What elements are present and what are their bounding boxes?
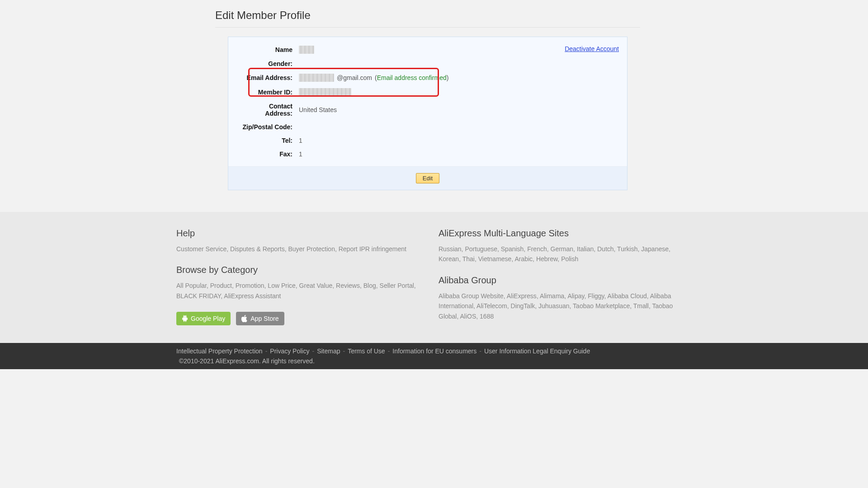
footer-link[interactable]: 1688 — [480, 313, 494, 320]
footer-link[interactable]: Italian — [577, 245, 594, 253]
app-store-button[interactable]: App Store — [236, 312, 284, 325]
footer-link[interactable]: Dutch — [597, 245, 614, 253]
footer-link[interactable]: All Popular — [176, 282, 207, 289]
footer-link[interactable]: Korean — [439, 255, 459, 263]
card-footer: Edit — [228, 166, 627, 190]
footer-link[interactable]: DingTalk — [511, 302, 535, 310]
row-zip: Zip/Postal Code: — [241, 120, 614, 134]
footer-link[interactable]: BLACK FRIDAY — [176, 292, 221, 300]
legal-link[interactable]: Privacy Policy — [270, 347, 309, 355]
value-tel: 1 — [295, 137, 302, 144]
redacted-email-user — [299, 74, 334, 82]
paren-close: ) — [447, 74, 449, 81]
separator: - — [479, 347, 481, 355]
footer-link[interactable]: German — [551, 245, 574, 253]
footer-link[interactable]: Tmall — [633, 302, 649, 310]
footer-link[interactable]: Promotion — [236, 282, 264, 289]
legal-link[interactable]: Terms of Use — [348, 347, 385, 355]
footer-link[interactable]: Buyer Protection — [288, 245, 335, 253]
footer-heading-multilang: AliExpress Multi-Language Sites — [439, 228, 692, 239]
svg-rect-0 — [183, 317, 187, 321]
footer-link[interactable]: Taobao Marketplace — [573, 302, 630, 310]
svg-line-5 — [184, 315, 184, 316]
app-store-label: App Store — [250, 315, 278, 322]
separator: - — [312, 347, 314, 355]
footer-link[interactable]: Arabic — [514, 255, 533, 263]
row-name: Name — [241, 42, 614, 57]
svg-line-6 — [186, 315, 186, 316]
svg-rect-4 — [185, 321, 186, 322]
footer-link[interactable]: Reviews — [336, 282, 360, 289]
bottom-legal-bar: Intellectual Property Protection - Priva… — [0, 343, 868, 369]
footer-heading-alibaba: Alibaba Group — [439, 275, 692, 286]
footer-heading-help: Help — [176, 228, 429, 239]
footer-links-browse: All Popular, Product, Promotion, Low Pri… — [176, 281, 429, 301]
footer-link[interactable]: AliExpress — [507, 292, 537, 300]
label-fax: Fax: — [241, 150, 295, 158]
footer-link[interactable]: Alibaba Cloud — [608, 292, 647, 300]
footer-heading-browse: Browse by Category — [176, 265, 429, 275]
legal-link[interactable]: Sitemap — [317, 347, 340, 355]
legal-link[interactable]: User Information Legal Enquiry Guide — [484, 347, 590, 355]
redacted-name — [299, 46, 314, 54]
footer-link[interactable]: Disputes & Reports — [230, 245, 285, 253]
footer-link[interactable]: Spanish — [501, 245, 524, 253]
footer-link[interactable]: Portuguese — [465, 245, 497, 253]
footer-link[interactable]: Turkish — [617, 245, 637, 253]
separator: - — [388, 347, 390, 355]
footer-link[interactable]: Polish — [561, 255, 578, 263]
footer-link[interactable]: Great Value — [299, 282, 333, 289]
row-member-id: Member ID: — [241, 85, 614, 99]
footer-link[interactable]: AliExpress Assistant — [224, 292, 281, 300]
footer-link[interactable]: Vietnamese — [478, 255, 512, 263]
apple-icon — [241, 315, 248, 322]
footer-link[interactable]: Report IPR infringement — [339, 245, 406, 253]
footer-link[interactable]: Alipay — [567, 292, 584, 300]
footer-link[interactable]: Hebrew — [536, 255, 557, 263]
footer-link[interactable]: Thai — [462, 255, 475, 263]
footer-link[interactable]: French — [527, 245, 547, 253]
row-gender: Gender: — [241, 57, 614, 70]
footer-links-alibaba: Alibaba Group Website, AliExpress, Alima… — [439, 291, 692, 321]
footer-links-multilang: Russian, Portuguese, Spanish, French, Ge… — [439, 244, 692, 264]
footer-link[interactable]: Blog — [363, 282, 376, 289]
footer-links-help: Customer Service, Disputes & Reports, Bu… — [176, 244, 429, 254]
value-member-id — [295, 88, 351, 96]
email-confirmed-text: Email address confirmed — [377, 74, 447, 81]
separator: - — [343, 347, 345, 355]
separator: - — [265, 347, 268, 355]
footer-link[interactable]: Product — [210, 282, 232, 289]
svg-rect-3 — [184, 321, 184, 322]
email-domain: @gmail.com — [337, 74, 372, 81]
footer-link[interactable]: Fliggy — [588, 292, 604, 300]
row-email: Email Address: @gmail.com (Email address… — [241, 70, 614, 85]
label-zip: Zip/Postal Code: — [241, 123, 295, 131]
edit-button[interactable]: Edit — [416, 173, 439, 183]
deactivate-account-link[interactable]: Deactivate Account — [565, 45, 619, 52]
footer-link[interactable]: Customer Service — [176, 245, 226, 253]
label-contact-address: Contact Address: — [241, 103, 295, 117]
row-contact-address: Contact Address: United States — [241, 99, 614, 120]
footer-link[interactable]: Seller Portal — [380, 282, 414, 289]
footer-link[interactable]: Japanese — [641, 245, 669, 253]
footer-link[interactable]: Low Price — [268, 282, 295, 289]
value-name — [295, 46, 314, 54]
value-fax: 1 — [295, 150, 302, 158]
page-title: Edit Member Profile — [215, 0, 640, 28]
row-tel: Tel: 1 — [241, 134, 614, 147]
svg-rect-1 — [182, 318, 183, 320]
footer-link[interactable]: Russian — [439, 245, 462, 253]
legal-link[interactable]: Intellectual Property Protection — [176, 347, 263, 355]
label-tel: Tel: — [241, 137, 295, 144]
value-contact-address: United States — [295, 106, 337, 113]
footer: Help Customer Service, Disputes & Report… — [0, 212, 868, 343]
footer-link[interactable]: Alibaba Group Website — [439, 292, 504, 300]
footer-link[interactable]: Juhuasuan — [538, 302, 570, 310]
redacted-member-id — [299, 88, 351, 96]
row-fax: Fax: 1 — [241, 147, 614, 161]
footer-link[interactable]: AliTelecom — [476, 302, 507, 310]
legal-link[interactable]: Information for EU consumers — [392, 347, 476, 355]
footer-link[interactable]: Alimama — [540, 292, 564, 300]
footer-link[interactable]: AliOS — [460, 313, 476, 320]
google-play-button[interactable]: Google Play — [176, 312, 231, 325]
